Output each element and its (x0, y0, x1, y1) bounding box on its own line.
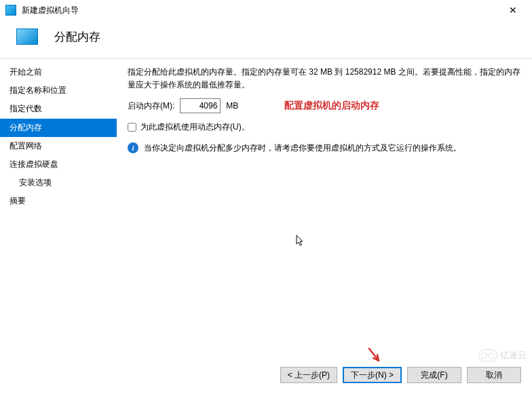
annotation-text: 配置虚拟机的启动内存 (284, 100, 379, 112)
step-name-location[interactable]: 指定名称和位置 (0, 81, 117, 100)
dynamic-memory-label: 为此虚拟机使用动态内存(U)。 (140, 121, 250, 133)
memory-input[interactable] (180, 98, 221, 113)
step-assign-memory[interactable]: 分配内存 (0, 119, 117, 137)
window-title: 新建虚拟机向导 (22, 5, 79, 16)
dynamic-memory-row: 为此虚拟机使用动态内存(U)。 (128, 121, 521, 133)
step-connect-vhd[interactable]: 连接虚拟硬盘 (0, 155, 117, 174)
desc-prefix: 指定分配给此虚拟机的内存量。指定的内存量可在 (128, 67, 309, 77)
close-button[interactable]: ✕ (499, 2, 527, 18)
app-icon (5, 5, 16, 16)
step-generation[interactable]: 指定代数 (0, 100, 117, 118)
dynamic-memory-checkbox[interactable] (128, 123, 136, 132)
wizard-header: 分配内存 (0, 20, 532, 58)
finish-button[interactable]: 完成(F) (407, 367, 461, 383)
step-install-options[interactable]: 安装选项 (0, 174, 117, 192)
wizard-header-icon (16, 28, 38, 45)
previous-button[interactable]: < 上一步(P) (280, 367, 337, 383)
watermark-logo-icon (478, 349, 497, 361)
startup-memory-row: 启动内存(M): MB 配置虚拟机的启动内存 (128, 98, 521, 113)
watermark-text: 亿速云 (500, 349, 527, 361)
watermark: 亿速云 (478, 349, 527, 361)
step-configure-network[interactable]: 配置网络 (0, 137, 117, 155)
info-row: i 当你决定向虚拟机分配多少内存时，请考虑你要使用虚拟机的方式及它运行的操作系统… (128, 142, 521, 154)
step-summary[interactable]: 摘要 (0, 192, 117, 210)
footer-buttons: < 上一步(P) 下一步(N) > 完成(F) 取消 (280, 367, 521, 383)
memory-label: 启动内存(M): (128, 100, 174, 112)
info-icon: i (128, 142, 138, 153)
cancel-button[interactable]: 取消 (467, 367, 521, 383)
titlebar: 新建虚拟机向导 ✕ (0, 0, 532, 20)
min-memory: 32 MB (309, 67, 332, 77)
wizard-steps: 开始之前 指定名称和位置 指定代数 分配内存 配置网络 连接虚拟硬盘 安装选项 … (0, 59, 117, 357)
step-before-begin[interactable]: 开始之前 (0, 63, 117, 81)
next-button[interactable]: 下一步(N) > (343, 367, 402, 383)
description-text: 指定分配给此虚拟机的内存量。指定的内存量可在 32 MB 到 12582912 … (128, 66, 521, 92)
desc-to: 到 (332, 67, 345, 77)
memory-unit: MB (226, 101, 238, 111)
main-panel: 指定分配给此虚拟机的内存量。指定的内存量可在 32 MB 到 12582912 … (117, 59, 532, 357)
page-title: 分配内存 (54, 29, 100, 45)
max-memory: 12582912 MB (345, 67, 396, 77)
info-text: 当你决定向虚拟机分配多少内存时，请考虑你要使用虚拟机的方式及它运行的操作系统。 (144, 142, 461, 154)
